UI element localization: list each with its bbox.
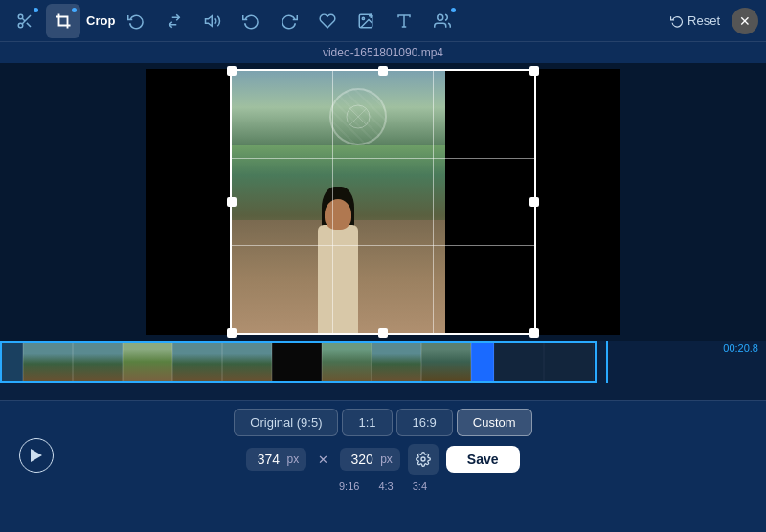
timeline-area: 00:00.0 00:20.8 00:20.8 (0, 341, 766, 400)
toolbar: Crop (0, 0, 766, 42)
video-frame (146, 69, 620, 335)
timeline-thumb-6 (272, 341, 322, 383)
crop-width-group[interactable]: 374 px (246, 448, 306, 471)
sub-presets-row: 9:16 4:3 3:4 (0, 478, 766, 494)
tool-label: Crop (86, 13, 115, 28)
timeline-thumb-4 (172, 341, 222, 383)
scissors-icon[interactable] (8, 4, 42, 38)
heart-icon[interactable] (310, 4, 345, 38)
timeline-thumb-0 (0, 341, 23, 383)
crop-height-value: 320 (348, 452, 376, 467)
flip-icon[interactable] (157, 4, 192, 38)
svg-point-7 (363, 17, 365, 19)
timeline-thumb-3 (123, 341, 172, 383)
svg-marker-5 (206, 15, 213, 26)
video-area (0, 63, 766, 341)
bottom-controls: Original (9:5) 1:1 16:9 Custom 374 px ✕ … (0, 400, 766, 501)
svg-line-4 (22, 18, 25, 21)
timeline-playhead[interactable] (606, 341, 608, 383)
svg-marker-16 (31, 449, 42, 462)
sub-preset-9-16[interactable]: 9:16 (339, 480, 359, 492)
watermark-circle (329, 88, 387, 145)
preset-original-button[interactable]: Original (9:5) (234, 409, 338, 436)
crop-cross: ✕ (318, 453, 328, 467)
timeline-thumb-7 (322, 341, 372, 383)
crop-width-value: 374 (254, 452, 282, 467)
preset-1-1-button[interactable]: 1:1 (342, 409, 392, 436)
save-button[interactable]: Save (446, 446, 520, 473)
timeline-track (0, 341, 766, 383)
timeline-thumb-end (471, 341, 494, 383)
play-button[interactable] (19, 438, 54, 473)
reset-button[interactable]: Reset (663, 10, 728, 32)
person-icon[interactable] (425, 4, 460, 38)
rotate-right-icon[interactable] (272, 4, 306, 38)
preset-custom-button[interactable]: Custom (457, 409, 532, 436)
svg-point-12 (438, 14, 443, 20)
sub-preset-3-4[interactable]: 3:4 (413, 480, 427, 492)
timeline-thumb-8 (372, 341, 421, 383)
filename-text: video-1651801090.mp4 (323, 46, 443, 59)
timeline-thumb-5 (222, 341, 272, 383)
crop-height-unit: px (380, 453, 393, 466)
sub-preset-4-3[interactable]: 4:3 (378, 480, 393, 492)
undo-icon[interactable] (119, 4, 153, 38)
settings-button[interactable] (408, 444, 439, 475)
timeline-thumb-extra-1 (494, 341, 544, 383)
crop-height-group[interactable]: 320 px (340, 448, 400, 471)
audio-icon[interactable] (195, 4, 230, 38)
crop-size-row: 374 px ✕ 320 px Save (0, 440, 766, 478)
image-plus-icon[interactable] (349, 4, 383, 38)
crop-presets-row: Original (9:5) 1:1 16:9 Custom (0, 401, 766, 440)
crop-width-unit: px (286, 453, 299, 466)
svg-point-17 (421, 457, 425, 461)
preset-16-9-button[interactable]: 16:9 (396, 409, 453, 436)
filename-bar: video-1651801090.mp4 (0, 42, 766, 63)
rotate-left-icon[interactable] (234, 4, 268, 38)
black-bar-left (146, 69, 230, 335)
close-button[interactable]: ✕ (732, 8, 758, 34)
timeline-thumb-2 (73, 341, 123, 383)
black-bar-right (445, 69, 620, 335)
timeline-thumb-extra-2 (544, 341, 594, 383)
watermark (271, 69, 445, 165)
timeline-thumb-9 (421, 341, 471, 383)
svg-line-3 (27, 22, 31, 26)
svg-point-0 (18, 14, 23, 19)
crop-icon[interactable] (46, 4, 80, 38)
timeline-thumb-1 (23, 341, 73, 383)
svg-point-1 (18, 23, 23, 28)
text-icon[interactable] (387, 4, 421, 38)
